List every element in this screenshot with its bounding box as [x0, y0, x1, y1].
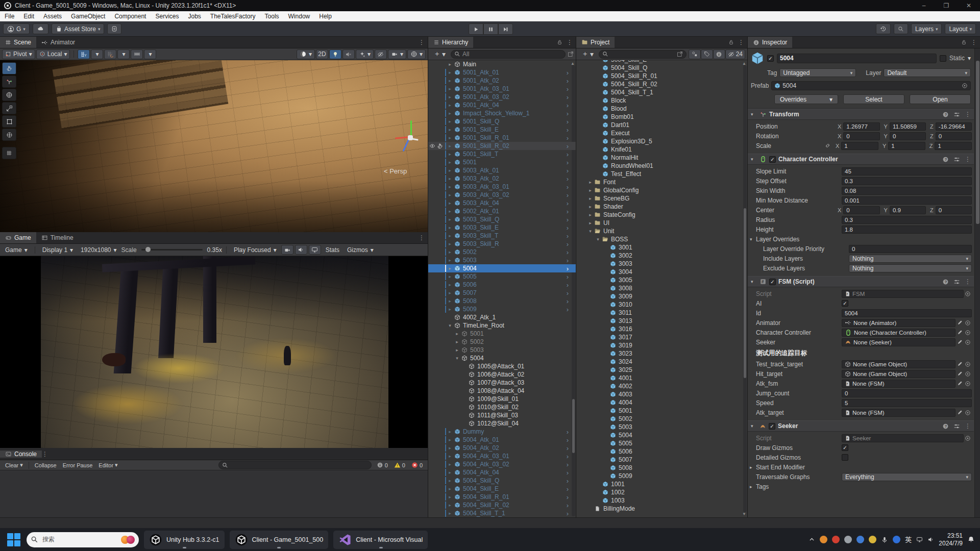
expand-arrow[interactable]: ▸ [587, 204, 594, 209]
hierarchy-item-5002[interactable]: ▸5002 [428, 338, 576, 346]
tag-dropdown[interactable]: Untagged▾ [779, 68, 856, 77]
scroll-down-hint[interactable]: ▼ [742, 512, 746, 516]
component-header-Seeker[interactable]: ▾✓Seeker?⋮ [748, 420, 974, 432]
menu-services[interactable]: Services [151, 11, 183, 21]
prefab-open-chevron[interactable]: › [567, 444, 569, 452]
object-field-Animator[interactable]: None (Animator) [842, 319, 955, 327]
menu-help[interactable]: Help [314, 11, 336, 21]
axis-input-X[interactable]: 1.26977 [843, 122, 879, 131]
scene-lighting-toggle[interactable] [329, 49, 341, 59]
console-error-count[interactable]: 0 [408, 462, 426, 468]
prefab-open-chevron[interactable]: › [567, 273, 569, 281]
object-field-Script[interactable]: #FSM [842, 290, 964, 298]
project-item-5004[interactable]: 5004 [576, 431, 747, 439]
project-item-5009[interactable]: 5009 [576, 472, 747, 480]
prefab-open-chevron[interactable]: › [567, 191, 569, 199]
hierarchy-item-5004_Atk_02[interactable]: ▸5004_Atk_02› [428, 444, 576, 452]
inspector-scrollbar[interactable] [974, 48, 980, 517]
checkbox-Draw Gizmos[interactable]: ✓ [842, 444, 848, 451]
display-target-dropdown[interactable]: Game▾ [2, 245, 31, 255]
dropdown-Exclude Layers[interactable]: Nothing▾ [849, 264, 972, 272]
project-item-4004[interactable]: 4004 [576, 398, 747, 407]
project-item-BillingMode[interactable]: BillingMode [576, 505, 747, 513]
project-create-button[interactable]: ＋▾ [578, 50, 597, 58]
object-field-Character Controller[interactable]: None (Character Controller) [842, 329, 955, 337]
expand-arrow[interactable]: ▸ [447, 127, 453, 132]
project-item-Block[interactable]: Block [576, 96, 747, 105]
undo-history-button[interactable] [876, 23, 891, 34]
hierarchy-item-Dummy[interactable]: ▸Dummy› [428, 428, 576, 436]
axis-input-Y[interactable]: 11.50859 [890, 122, 926, 131]
resolution-dropdown[interactable]: 980x551▾ [78, 245, 119, 255]
component-menu-kebab[interactable]: ⋮ [965, 422, 971, 430]
console-collapse-toggle[interactable]: Collapse [32, 461, 60, 469]
project-item-5001[interactable]: 5001 [576, 407, 747, 415]
expand-arrow[interactable]: ▸ [447, 135, 453, 140]
prefab-open-chevron[interactable]: › [567, 240, 569, 248]
console-warning-count[interactable]: 0 [391, 462, 408, 468]
edit-pencil-icon[interactable] [955, 361, 964, 367]
project-item-4002[interactable]: 4002 [576, 382, 747, 390]
hierarchy-item-5003_Skill_Q[interactable]: ▸5003_Skill_Q› [428, 215, 576, 223]
prefab-open-chevron[interactable]: › [567, 199, 569, 207]
prefab-overrides-dropdown[interactable]: Overrides▾ [774, 94, 838, 104]
hierarchy-item-1006@Attack_02[interactable]: 1006@Attack_02 [428, 370, 576, 379]
project-item-3019[interactable]: 3019 [576, 341, 747, 349]
expand-arrow[interactable]: ▾ [454, 356, 460, 361]
notification-bell-icon[interactable] [967, 536, 975, 543]
expand-arrow[interactable]: ▸ [447, 86, 453, 91]
taskbar-app-2[interactable]: Client - Microsoft Visual [333, 531, 428, 549]
help-icon[interactable]: ? [942, 111, 949, 118]
prefab-open-chevron[interactable]: › [567, 493, 569, 501]
project-item-3010[interactable]: 3010 [576, 300, 747, 309]
tray-yellow-app-icon[interactable] [869, 536, 876, 543]
hierarchy-item-5004_Skill_T_1[interactable]: ▸5004_Skill_T_1› [428, 509, 576, 517]
field-input-Id[interactable]: 5004 [842, 309, 972, 317]
perspective-label[interactable]: < Persp [384, 167, 407, 175]
expand-arrow[interactable]: ▸ [587, 196, 594, 201]
expand-arrow[interactable]: ▸ [447, 241, 453, 246]
expand-arrow[interactable]: ▸ [587, 188, 594, 193]
project-item-3023[interactable]: 3023 [576, 349, 747, 358]
hierarchy-item-1012@Skill_04[interactable]: 1012@Skill_04 [428, 419, 576, 428]
hierarchy-item-5001_Atk_02[interactable]: ▸5001_Atk_02› [428, 77, 576, 85]
rect-tool[interactable] [2, 115, 16, 128]
open-window-icon[interactable] [568, 51, 574, 57]
expand-arrow[interactable]: ▸ [447, 290, 453, 295]
expand-arrow[interactable]: ▾ [595, 237, 601, 242]
scale-slider[interactable] [141, 249, 203, 251]
console-clear-button[interactable]: Clear▾ [2, 461, 26, 469]
prefab-object-field[interactable]: 5004 [771, 81, 971, 90]
expand-arrow[interactable]: ▸ [447, 258, 453, 263]
inspector-menu-kebab[interactable]: ⋮ [971, 39, 977, 46]
object-field-Test_track_target[interactable]: None (Game Object) [842, 360, 955, 368]
project-item-3011[interactable]: 3011 [576, 309, 747, 317]
hierarchy-item-5004_Atk_03_02[interactable]: ▸5004_Atk_03_02› [428, 460, 576, 468]
project-item-5004_Skill_Q[interactable]: 5004_Skill_Q [576, 64, 747, 72]
axis-input-Z[interactable]: 0 [936, 132, 972, 140]
expand-arrow[interactable]: ▸ [447, 111, 453, 116]
object-field-Atk_target[interactable]: #None (FSM) [842, 409, 955, 417]
dropdown-Traversable Graphs[interactable]: Everything▾ [842, 473, 972, 481]
component-menu-kebab[interactable]: ⋮ [965, 278, 971, 285]
handle-rotation-toggle[interactable]: Local▾ [36, 49, 70, 59]
expand-arrow[interactable]: ▸ [447, 249, 453, 255]
field-input-Radius[interactable]: 0.3 [842, 216, 972, 224]
project-item-5008[interactable]: 5008 [576, 464, 747, 472]
prefab-open-chevron[interactable]: › [567, 502, 569, 509]
expand-arrow[interactable]: ▸ [447, 282, 453, 287]
hierarchy-item-5001_Skill_R_01[interactable]: ▸5001_Skill_R_01› [428, 134, 576, 142]
expand-arrow[interactable]: ▾ [587, 229, 594, 234]
taskbar-app-1[interactable]: Client - Game_5001_500 [230, 531, 329, 549]
2d-toggle[interactable]: 2D [316, 49, 328, 59]
grid-snap-toggle[interactable]: Y [78, 49, 90, 59]
tab-animator[interactable]: Animator [36, 37, 80, 48]
project-menu-kebab[interactable]: ⋮ [738, 39, 744, 46]
project-item-3008[interactable]: 3008 [576, 284, 747, 292]
pickability-icon[interactable] [437, 143, 443, 149]
pivot-toggle[interactable]: Pivot▾ [2, 49, 35, 59]
snap-increment-options[interactable]: ▾ [144, 49, 156, 59]
project-item-5007[interactable]: 5007 [576, 456, 747, 464]
expand-arrow[interactable]: ▸ [447, 445, 453, 450]
hierarchy-item-5004_Skill_R_02[interactable]: ▸5004_Skill_R_02› [428, 501, 576, 509]
